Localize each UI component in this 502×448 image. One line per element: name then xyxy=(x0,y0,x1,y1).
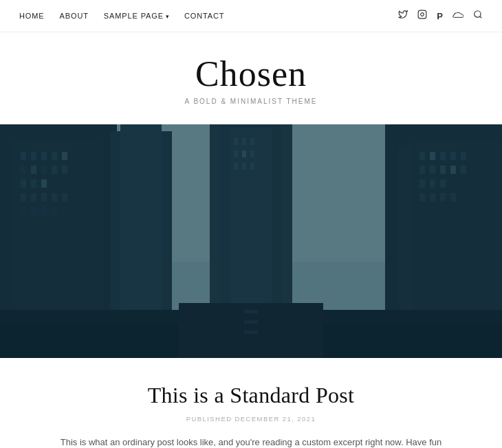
site-tagline: A BOLD & MINIMALIST THEME xyxy=(0,98,502,105)
nav-contact[interactable]: CONTACT xyxy=(184,12,225,20)
svg-line-3 xyxy=(480,16,482,19)
nav-home[interactable]: HOME xyxy=(19,12,45,20)
nav-sample-page[interactable]: SAMPLE PAGE ▾ xyxy=(104,12,169,20)
post-meta: PUBLISHED DECEMBER 21, 2021 xyxy=(19,415,483,423)
search-icon[interactable] xyxy=(473,10,483,22)
svg-rect-71 xyxy=(0,124,502,358)
svg-point-2 xyxy=(474,11,481,17)
soundcloud-icon[interactable] xyxy=(452,10,463,21)
twitter-icon[interactable] xyxy=(398,10,408,22)
post-section: This is a Standard Post PUBLISHED DECEMB… xyxy=(0,358,502,448)
hero-image xyxy=(0,124,502,358)
post-excerpt: This is what an ordinary post looks like… xyxy=(58,435,444,448)
site-header: Chosen A BOLD & MINIMALIST THEME xyxy=(0,32,502,124)
pinterest-icon[interactable]: P xyxy=(437,11,443,21)
site-title: Chosen xyxy=(0,54,502,93)
nav-about[interactable]: ABOUT xyxy=(60,12,89,20)
svg-rect-0 xyxy=(418,10,426,19)
social-icons: P xyxy=(398,10,483,22)
post-title: This is a Standard Post xyxy=(19,383,483,408)
chevron-down-icon: ▾ xyxy=(166,13,169,20)
nav-sample-label[interactable]: SAMPLE PAGE xyxy=(104,12,164,20)
main-nav: HOME ABOUT SAMPLE PAGE ▾ CONTACT P xyxy=(0,0,502,32)
nav-links: HOME ABOUT SAMPLE PAGE ▾ CONTACT xyxy=(19,12,224,20)
instagram-icon[interactable] xyxy=(417,10,427,22)
